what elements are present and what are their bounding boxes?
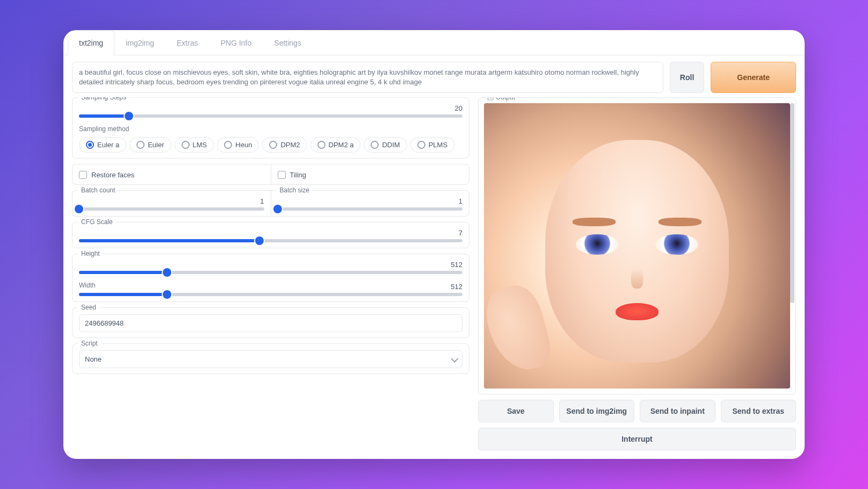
radio-lms[interactable]: LMS [175,137,214,153]
top-row: Roll Generate [63,55,805,97]
tiling-checkbox[interactable]: Tiling [278,171,463,179]
seed-label: Seed [78,304,99,311]
height-label: Height [78,250,103,257]
tab-bar: txt2img img2img Extras PNG Info Settings [63,30,805,55]
output-panel: Output Save Send to [478,97,796,450]
action-row: Save Send to img2img Send to inpaint Sen… [478,400,796,422]
radio-dpm2[interactable]: DPM2 [262,137,307,153]
cfg-scale-group: CFG Scale 7 [72,222,469,248]
seed-group: Seed [72,307,469,338]
height-slider[interactable] [79,271,462,274]
batch-count-group: Batch count 1 [72,190,271,217]
width-value: 512 [451,283,462,291]
radio-euler-a[interactable]: Euler a [79,137,126,153]
tiling-group: Tiling [271,164,470,185]
chevron-down-icon [451,355,458,362]
roll-button[interactable]: Roll [670,62,704,93]
output-frame: Output [478,97,796,394]
restore-faces-checkbox[interactable]: Restore faces [79,171,264,179]
batch-size-value: 1 [459,197,462,205]
radio-euler[interactable]: Euler [129,137,171,153]
send-extras-button[interactable]: Send to extras [721,400,797,422]
batch-count-label: Batch count [78,186,118,194]
sampling-steps-slider[interactable] [79,114,462,118]
batch-size-slider[interactable] [278,207,463,211]
restore-faces-group: Restore faces [72,164,271,185]
send-img2img-button[interactable]: Send to img2img [559,400,635,422]
generated-image[interactable] [484,103,790,389]
radio-dpm2a[interactable]: DPM2 a [310,137,361,153]
batch-count-value: 1 [260,197,264,205]
script-select[interactable]: None [79,350,462,368]
radio-plms[interactable]: PLMS [410,137,454,153]
save-button[interactable]: Save [478,400,554,422]
sampling-method-radios: Euler a Euler LMS Heun DPM2 DPM2 a DDIM … [79,137,462,153]
script-group: Script None [72,343,469,374]
tab-pnginfo[interactable]: PNG Info [209,31,263,55]
output-scrollbar[interactable] [790,103,794,389]
tab-img2img[interactable]: img2img [114,31,165,55]
seed-input[interactable] [79,314,462,332]
height-value: 512 [451,261,462,269]
image-icon [487,97,494,100]
batch-size-group: Batch size 1 [271,190,470,217]
tab-extras[interactable]: Extras [165,31,209,55]
batch-size-label: Batch size [277,186,313,194]
send-inpaint-button[interactable]: Send to inpaint [640,400,715,422]
output-label: Output [484,97,518,101]
settings-panel: Sampling Steps 20 Sampling method Euler … [72,97,469,450]
sampling-steps-value: 20 [455,104,462,112]
tab-txt2img[interactable]: txt2img [68,31,114,55]
radio-heun[interactable]: Heun [217,137,259,153]
generate-button[interactable]: Generate [711,62,796,93]
sampling-method-label: Sampling method [79,125,462,133]
batch-count-slider[interactable] [79,207,264,211]
cfg-scale-slider[interactable] [79,239,462,242]
app-window: txt2img img2img Extras PNG Info Settings… [63,30,805,459]
sampling-steps-label: Sampling Steps [78,97,129,101]
cfg-scale-label: CFG Scale [78,218,116,226]
cfg-scale-value: 7 [459,229,462,237]
width-slider[interactable] [79,293,462,296]
radio-ddim[interactable]: DDIM [364,137,407,153]
interrupt-button[interactable]: Interrupt [478,428,796,450]
script-label: Script [78,340,101,347]
tab-settings[interactable]: Settings [263,31,313,55]
prompt-input[interactable] [72,62,663,93]
sampling-group: Sampling Steps 20 Sampling method Euler … [72,97,469,159]
dimensions-group: Height 512 Width 512 [72,254,469,302]
